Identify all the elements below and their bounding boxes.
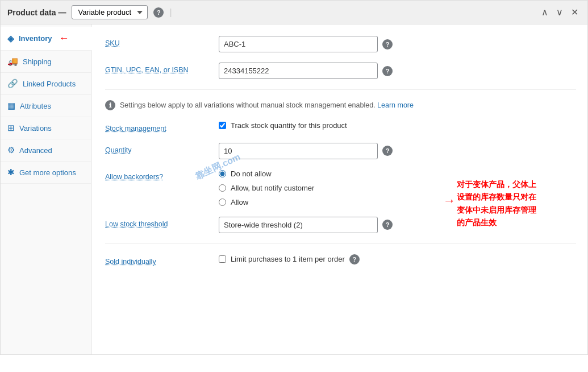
stock-management-field: Track stock quantity for this product: [219, 121, 423, 132]
quantity-field-wrap: ?: [219, 143, 393, 159]
low-stock-help-icon[interactable]: ?: [382, 220, 393, 230]
low-stock-field-wrap: ?: [219, 217, 393, 233]
sidebar-label-get-more-options: Get more options: [19, 168, 76, 177]
sidebar-item-advanced[interactable]: ⚙ Advanced: [1, 139, 91, 162]
sku-field-wrap: ?: [219, 36, 393, 52]
attributes-icon: ▦: [7, 101, 15, 111]
header-left: Product data — Variable product ? |: [7, 5, 172, 19]
gtin-input[interactable]: [219, 63, 378, 79]
backorders-radio-allow-notify: Allow, but notify customer: [219, 184, 423, 192]
sku-help-icon[interactable]: ?: [382, 39, 393, 49]
close-panel-button[interactable]: ✕: [569, 6, 581, 19]
backorders-radio-allow-notify-label: Allow, but notify customer: [231, 184, 314, 192]
backorders-radio-allow: Allow: [219, 198, 423, 206]
inventory-icon: ◈: [7, 34, 14, 44]
product-data-body: ◈ Inventory ← 🚚 Shipping 🔗 Linked Produc…: [1, 24, 587, 354]
variations-icon: ⊞: [7, 123, 15, 133]
sidebar-item-get-more-options[interactable]: ✱ Get more options: [1, 162, 91, 184]
sold-individually-help-icon[interactable]: ?: [349, 254, 360, 264]
section-divider-1: [105, 89, 576, 90]
sidebar-label-variations: Variations: [19, 124, 52, 133]
sold-individually-label: Sold individually: [105, 254, 219, 266]
sidebar-item-variations[interactable]: ⊞ Variations: [1, 117, 91, 139]
stock-management-row: Stock management Track stock quantity fo…: [105, 121, 576, 133]
learn-more-link[interactable]: Learn more: [377, 101, 414, 109]
sku-input[interactable]: [219, 36, 378, 52]
stock-management-checkbox-row: Track stock quantity for this product: [219, 121, 423, 130]
collapse-down-button[interactable]: ∨: [554, 6, 565, 19]
sku-row: SKU ?: [105, 36, 576, 52]
backorders-radio-group: Do not allow Allow, but notify customer …: [219, 170, 423, 206]
backorders-radio-do-not-allow-input[interactable]: [219, 170, 226, 177]
backorders-field: Do not allow Allow, but notify customer …: [219, 170, 423, 206]
advanced-icon: ⚙: [7, 145, 15, 155]
sidebar-item-attributes[interactable]: ▦ Attributes: [1, 95, 91, 117]
inventory-arrow-annotation: ←: [59, 32, 69, 44]
backorders-label: Allow backorders?: [105, 170, 219, 181]
gtin-field-wrap: ?: [219, 63, 393, 79]
track-stock-label: Track stock quantity for this product: [231, 121, 347, 130]
collapse-up-button[interactable]: ∧: [539, 6, 551, 19]
gtin-help-icon[interactable]: ?: [382, 66, 393, 76]
low-stock-label: Low stock threshold: [105, 217, 219, 228]
product-data-panel: Product data — Variable product ? | ∧ ∨ …: [0, 0, 588, 355]
section-divider-2: [105, 243, 576, 244]
inventory-content: 靠坐网.com SKU ? GTIN, UPC, EAN, or ISBN ?: [91, 24, 587, 354]
settings-notice-icon: ℹ: [105, 100, 115, 110]
annotation-text: 对于变体产品，父体上 设置的库存数量只对在 变体中未启用库存管理 的产品生效: [457, 180, 536, 227]
header-divider: |: [169, 7, 172, 18]
sku-label: SKU: [105, 36, 219, 47]
sold-individually-row: Sold individually Limit purchases to 1 i…: [105, 254, 576, 267]
quantity-row: Quantity ?: [105, 143, 576, 159]
settings-notice: ℹ Settings below apply to all variations…: [105, 100, 576, 111]
sidebar-label-shipping: Shipping: [23, 57, 52, 66]
product-type-select[interactable]: Variable product: [72, 5, 148, 19]
product-data-title: Product data —: [7, 8, 66, 17]
sold-individually-field: Limit purchases to 1 item per order ?: [219, 254, 423, 267]
header-actions: ∧ ∨ ✕: [539, 6, 581, 19]
annotation-arrow: →: [443, 193, 456, 208]
sidebar: ◈ Inventory ← 🚚 Shipping 🔗 Linked Produc…: [1, 24, 91, 354]
sidebar-label-advanced: Advanced: [19, 146, 52, 155]
gtin-label: GTIN, UPC, EAN, or ISBN: [105, 63, 219, 74]
quantity-help-icon[interactable]: ?: [382, 146, 393, 156]
sold-individually-checkbox[interactable]: [219, 255, 226, 263]
sidebar-item-shipping[interactable]: 🚚 Shipping: [1, 51, 91, 73]
sidebar-item-inventory[interactable]: ◈ Inventory ←: [1, 27, 91, 51]
quantity-input[interactable]: [219, 143, 378, 159]
backorders-radio-do-not-allow: Do not allow: [219, 170, 423, 178]
product-data-header: Product data — Variable product ? | ∧ ∨ …: [1, 0, 587, 24]
sidebar-label-linked-products: Linked Products: [23, 80, 76, 88]
track-stock-checkbox[interactable]: [219, 122, 226, 129]
backorders-radio-allow-input[interactable]: [219, 199, 226, 206]
shipping-icon: 🚚: [7, 56, 18, 67]
sidebar-item-linked-products[interactable]: 🔗 Linked Products: [1, 73, 91, 95]
product-type-help-icon[interactable]: ?: [153, 7, 164, 18]
linked-products-icon: 🔗: [7, 78, 18, 89]
stock-management-label: Stock management: [105, 121, 219, 133]
quantity-label: Quantity: [105, 143, 219, 154]
gtin-row: GTIN, UPC, EAN, or ISBN ?: [105, 63, 576, 79]
low-stock-input[interactable]: [219, 217, 378, 233]
settings-notice-text: Settings below apply to all variations w…: [120, 100, 414, 111]
sidebar-label-attributes: Attributes: [20, 102, 51, 110]
sold-individually-checkbox-label: Limit purchases to 1 item per order: [231, 255, 345, 263]
sidebar-label-inventory: Inventory: [19, 34, 52, 43]
backorders-radio-allow-label: Allow: [231, 198, 248, 206]
backorders-radio-allow-notify-input[interactable]: [219, 184, 226, 192]
annotation-box: 对于变体产品，父体上 设置的库存数量只对在 变体中未启用库存管理 的产品生效: [457, 178, 582, 229]
backorders-radio-do-not-allow-label: Do not allow: [231, 170, 272, 178]
get-more-options-icon: ✱: [7, 167, 15, 177]
sold-individually-checkbox-row: Limit purchases to 1 item per order ?: [219, 254, 423, 264]
